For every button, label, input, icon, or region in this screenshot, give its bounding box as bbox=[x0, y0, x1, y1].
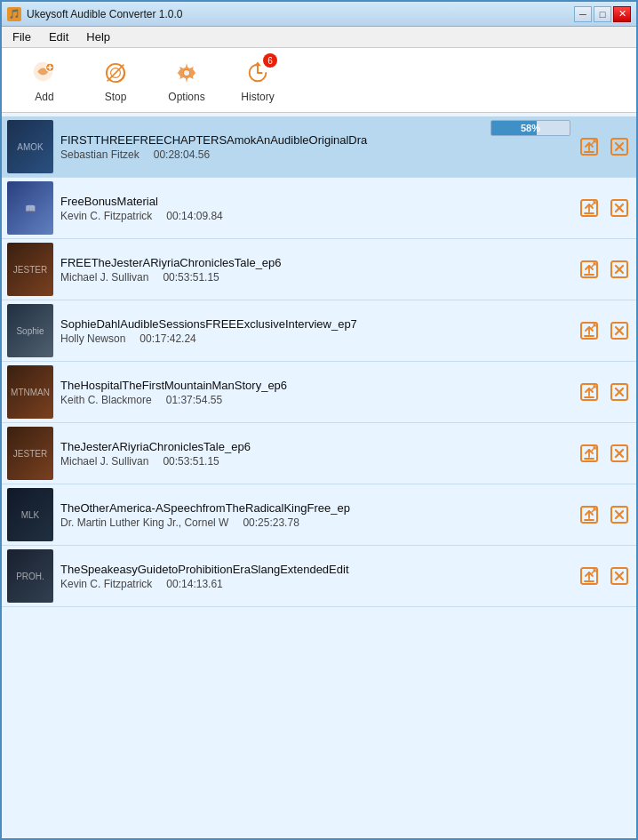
history-badge: 6 bbox=[263, 53, 277, 68]
history-button[interactable]: 6 History bbox=[222, 52, 293, 108]
book-cover-4: Sophie bbox=[7, 304, 53, 357]
book-author-1: Sebastian Fitzek bbox=[60, 148, 140, 161]
book-actions-3 bbox=[578, 243, 631, 296]
book-list: AMOK FIRSTTHREEFREECHAPTERSAmokAnAudible… bbox=[2, 113, 636, 838]
book-row-8: PROH. TheSpeakeasyGuidetoProhibitionEraS… bbox=[2, 546, 636, 607]
book-author-3: Michael J. Sullivan bbox=[60, 271, 148, 284]
book-title-3: FREETheJesterARiyriaChroniclesTale_ep6 bbox=[60, 256, 570, 269]
delete-button-5[interactable] bbox=[608, 380, 631, 404]
book-info-7: TheOtherAmerica-ASpeechfromTheRadicalKin… bbox=[60, 488, 570, 541]
book-duration-2: 00:14:09.84 bbox=[166, 210, 222, 222]
book-duration-6: 00:53:51.15 bbox=[163, 455, 219, 468]
history-icon: 6 bbox=[242, 57, 274, 89]
book-row-5: MTNMAN TheHospitalTheFirstMountainManSto… bbox=[2, 362, 636, 423]
book-actions-1 bbox=[578, 120, 631, 173]
book-row-3: JESTER FREETheJesterARiyriaChroniclesTal… bbox=[2, 239, 636, 300]
book-author-2: Kevin C. Fitzpatrick bbox=[60, 210, 152, 222]
main-window: 🎵 Ukeysoft Audible Converter 1.0.0 ─ □ ✕… bbox=[0, 0, 638, 840]
book-author-8: Kevin C. Fitzpatrick bbox=[60, 578, 152, 590]
book-title-7: TheOtherAmerica-ASpeechfromTheRadicalKin… bbox=[60, 501, 570, 515]
book-title-4: SophieDahlAudibleSessionsFREEExclusiveIn… bbox=[60, 317, 570, 331]
book-actions-6 bbox=[578, 427, 631, 480]
book-cover-3: JESTER bbox=[7, 243, 53, 296]
history-label: History bbox=[241, 91, 274, 103]
stop-button[interactable]: Stop bbox=[80, 52, 151, 108]
menu-file[interactable]: File bbox=[5, 28, 38, 45]
gear-icon bbox=[171, 57, 203, 89]
book-duration-4: 00:17:42.24 bbox=[140, 332, 195, 345]
book-duration-1: 00:28:04.56 bbox=[154, 148, 210, 161]
open-button-8[interactable] bbox=[578, 564, 601, 588]
book-cover-7: MLK bbox=[7, 488, 53, 541]
delete-button-6[interactable] bbox=[608, 442, 631, 465]
book-duration-8: 00:14:13.61 bbox=[166, 578, 222, 590]
toolbar: Add Stop Option bbox=[2, 48, 636, 113]
book-meta-3: Michael J. Sullivan 00:53:51.15 bbox=[60, 271, 570, 284]
book-duration-7: 00:25:23.78 bbox=[243, 516, 299, 529]
book-title-5: TheHospitalTheFirstMountainManStory_ep6 bbox=[60, 379, 570, 392]
svg-marker-9 bbox=[254, 62, 261, 67]
book-duration-3: 00:53:51.15 bbox=[163, 271, 219, 284]
book-actions-2 bbox=[578, 181, 631, 235]
title-bar: 🎵 Ukeysoft Audible Converter 1.0.0 ─ □ ✕ bbox=[2, 2, 636, 27]
open-button-4[interactable] bbox=[578, 319, 601, 342]
book-author-5: Keith C. Blackmore bbox=[60, 394, 152, 406]
book-cover-6: JESTER bbox=[7, 427, 53, 480]
book-cover-1: AMOK bbox=[7, 120, 53, 173]
menu-edit[interactable]: Edit bbox=[42, 28, 76, 45]
progress-container: 58% bbox=[490, 120, 570, 136]
book-info-2: FreeBonusMaterial Kevin C. Fitzpatrick 0… bbox=[60, 181, 570, 235]
book-info-4: SophieDahlAudibleSessionsFREEExclusiveIn… bbox=[60, 304, 570, 357]
book-actions-4 bbox=[578, 304, 631, 357]
add-icon bbox=[28, 57, 60, 89]
stop-icon bbox=[100, 57, 132, 89]
open-button-3[interactable] bbox=[578, 258, 601, 281]
book-actions-8 bbox=[578, 549, 631, 603]
open-button-5[interactable] bbox=[578, 380, 601, 404]
book-meta-4: Holly Newson 00:17:42.24 bbox=[60, 332, 570, 345]
delete-button-3[interactable] bbox=[608, 258, 631, 281]
book-info-5: TheHospitalTheFirstMountainManStory_ep6 … bbox=[60, 365, 570, 419]
delete-button-7[interactable] bbox=[608, 503, 631, 526]
book-meta-7: Dr. Martin Luther King Jr., Cornel W 00:… bbox=[60, 516, 570, 529]
options-button[interactable]: Options bbox=[151, 52, 222, 108]
stop-label: Stop bbox=[105, 91, 127, 103]
book-meta-8: Kevin C. Fitzpatrick 00:14:13.61 bbox=[60, 578, 570, 590]
book-info-3: FREETheJesterARiyriaChroniclesTale_ep6 M… bbox=[60, 243, 570, 296]
open-button-7[interactable] bbox=[578, 503, 601, 526]
book-title-2: FreeBonusMaterial bbox=[60, 195, 570, 208]
book-meta-6: Michael J. Sullivan 00:53:51.15 bbox=[60, 455, 570, 468]
delete-button-2[interactable] bbox=[608, 196, 631, 220]
book-info-6: TheJesterARiyriaChroniclesTale_ep6 Micha… bbox=[60, 427, 570, 480]
book-cover-2: 📖 bbox=[7, 181, 53, 235]
add-button[interactable]: Add bbox=[9, 52, 80, 108]
book-row-6: JESTER TheJesterARiyriaChroniclesTale_ep… bbox=[2, 423, 636, 484]
book-author-6: Michael J. Sullivan bbox=[60, 455, 148, 468]
book-row-1: AMOK FIRSTTHREEFREECHAPTERSAmokAnAudible… bbox=[2, 116, 636, 178]
delete-button-1[interactable] bbox=[608, 135, 631, 158]
book-duration-5: 01:37:54.55 bbox=[166, 394, 222, 406]
close-button[interactable]: ✕ bbox=[613, 6, 631, 22]
book-title-6: TheJesterARiyriaChroniclesTale_ep6 bbox=[60, 440, 570, 453]
book-author-7: Dr. Martin Luther King Jr., Cornel W bbox=[60, 516, 228, 529]
book-row-4: Sophie SophieDahlAudibleSessionsFREEExcl… bbox=[2, 300, 636, 362]
book-cover-5: MTNMAN bbox=[7, 365, 53, 419]
book-actions-7 bbox=[578, 488, 631, 541]
book-info-1: FIRSTTHREEFREECHAPTERSAmokAnAudibleOrigi… bbox=[60, 120, 483, 173]
progress-text: 58% bbox=[521, 123, 540, 133]
open-button-6[interactable] bbox=[578, 442, 601, 465]
book-row-7: MLK TheOtherAmerica-ASpeechfromTheRadica… bbox=[2, 484, 636, 546]
book-title-8: TheSpeakeasyGuidetoProhibitionEraSlangEx… bbox=[60, 563, 570, 576]
book-row-2: 📖 FreeBonusMaterial Kevin C. Fitzpatrick… bbox=[2, 178, 636, 239]
delete-button-4[interactable] bbox=[608, 319, 631, 342]
restore-button[interactable]: □ bbox=[594, 6, 611, 22]
book-actions-5 bbox=[578, 365, 631, 419]
minimize-button[interactable]: ─ bbox=[574, 6, 592, 22]
window-title: Ukeysoft Audible Converter 1.0.0 bbox=[27, 8, 574, 20]
delete-button-8[interactable] bbox=[608, 564, 631, 588]
open-button-1[interactable] bbox=[578, 135, 601, 158]
menu-help[interactable]: Help bbox=[79, 28, 117, 45]
open-button-2[interactable] bbox=[578, 196, 601, 220]
add-label: Add bbox=[35, 91, 53, 103]
window-controls: ─ □ ✕ bbox=[574, 6, 631, 22]
